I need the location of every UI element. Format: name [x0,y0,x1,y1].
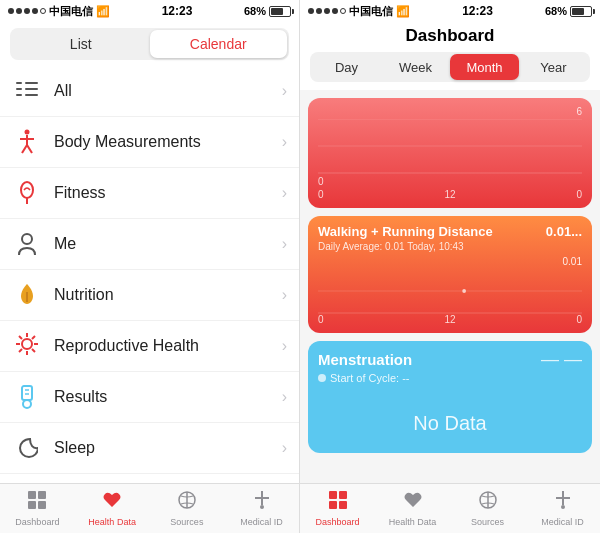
walk-header: Walking + Running Distance 0.01... [318,224,582,239]
walk-chart [318,269,582,314]
chart1-x0: 0 [318,189,324,200]
right-health-tab-icon [403,490,423,515]
menu-item-results[interactable]: Results › [0,372,299,423]
svg-rect-36 [28,501,36,509]
calendar-tab[interactable]: Calendar [150,30,288,58]
left-panel: 中国电信 📶 12:23 68% List Calendar All › [0,0,300,533]
right-tab-sources-label: Sources [471,517,504,527]
walk-title: Walking + Running Distance [318,224,493,239]
sources-tab-icon [177,490,197,515]
right-header: Dashboard Day Week Month Year [300,22,600,90]
right-dashboard-tab-icon [328,490,348,515]
menu-item-all[interactable]: All › [0,66,299,117]
menu-label-reproductive: Reproductive Health [54,337,282,355]
mens-subtitle: Start of Cycle: -- [318,372,582,384]
left-tab-medical[interactable]: Medical ID [224,484,299,533]
left-tab-health-data[interactable]: Health Data [75,484,150,533]
left-carrier: 中国电信 [49,4,93,19]
svg-rect-2 [16,94,22,96]
dashboard-content: 6 0 0 12 0 Walking + Running Distance [300,90,600,483]
svg-rect-37 [38,501,46,509]
wifi-icon: 📶 [96,5,110,18]
svg-rect-47 [329,491,337,499]
svg-rect-1 [16,88,22,90]
mens-title: Menstruation [318,351,412,368]
walk-today-val: 0.01 [318,256,582,267]
menu-item-me[interactable]: Me › [0,219,299,270]
right-status-left: 中国电信 📶 [308,4,410,19]
signal-dot-5 [40,8,46,14]
right-tab-medical[interactable]: Medical ID [525,484,600,533]
walk-x0: 0 [318,314,324,325]
right-signal-dot-2 [316,8,322,14]
time-btn-year[interactable]: Year [519,54,588,80]
list-tab[interactable]: List [12,30,150,58]
chart1-bottom-right: 0 [318,176,324,187]
reproductive-icon [12,331,42,361]
signal-dot-1 [8,8,14,14]
menu-label-all: All [54,82,282,100]
svg-rect-3 [25,82,38,84]
dashboard-title: Dashboard [310,26,590,46]
signal-bars [8,8,46,14]
left-tab-dashboard-label: Dashboard [15,517,59,527]
right-panel: 中国电信 📶 12:23 68% Dashboard Day Week Mont… [300,0,600,533]
mens-cycle-label: Start of Cycle: -- [330,372,409,384]
signal-dot-2 [16,8,22,14]
right-battery-icon [570,6,592,17]
right-status-right: 68% [545,5,592,17]
svg-rect-24 [22,386,32,400]
right-tab-dashboard[interactable]: Dashboard [300,484,375,533]
chart1-svg [318,119,582,174]
chart1-top-axis: 6 [318,106,582,117]
left-tab-health-label: Health Data [88,517,136,527]
left-tab-sources[interactable]: Sources [150,484,225,533]
menu-item-reproductive[interactable]: Reproductive Health › [0,321,299,372]
right-tab-dashboard-label: Dashboard [315,517,359,527]
svg-rect-0 [16,82,22,84]
time-btn-week[interactable]: Week [381,54,450,80]
left-time: 12:23 [162,4,193,18]
time-segment-control: Day Week Month Year [310,52,590,82]
right-signal-dot-4 [332,8,338,14]
svg-rect-4 [25,88,38,90]
right-time: 12:23 [462,4,493,18]
mens-no-data: No Data [318,396,582,445]
right-battery-fill [572,8,584,15]
svg-point-6 [25,130,30,135]
time-btn-month[interactable]: Month [450,54,519,80]
chevron-sleep: › [282,439,287,457]
right-battery-pct: 68% [545,5,567,17]
left-tab-dashboard[interactable]: Dashboard [0,484,75,533]
left-tab-medical-label: Medical ID [240,517,283,527]
chart1-x1: 0 [576,189,582,200]
menu-item-body[interactable]: Body Measurements › [0,117,299,168]
menu-item-fitness[interactable]: Fitness › [0,168,299,219]
right-tab-medical-label: Medical ID [541,517,584,527]
chart1-top-right: 6 [576,106,582,117]
mens-dot [318,374,326,382]
menu-item-nutrition[interactable]: Nutrition › [0,270,299,321]
right-tab-sources[interactable]: Sources [450,484,525,533]
chevron-results: › [282,388,287,406]
svg-point-46 [462,289,466,293]
right-signal-dot-1 [308,8,314,14]
menu-item-vitals[interactable]: Vitals › [0,474,299,483]
chart-card-1: 6 0 0 12 0 [308,98,592,208]
time-btn-day[interactable]: Day [312,54,381,80]
left-status-right: 68% [244,5,291,17]
walk-x1: 0 [576,314,582,325]
right-sources-tab-icon [478,490,498,515]
chevron-reproductive: › [282,337,287,355]
all-icon [12,76,42,106]
health-data-tab-icon [102,490,122,515]
chevron-body: › [282,133,287,151]
svg-point-15 [22,339,32,349]
svg-line-22 [19,349,22,352]
chevron-all: › [282,82,287,100]
menu-item-sleep[interactable]: Sleep › [0,423,299,474]
svg-line-21 [32,349,35,352]
right-carrier: 中国电信 [349,4,393,19]
svg-point-40 [260,505,264,509]
right-tab-health[interactable]: Health Data [375,484,450,533]
